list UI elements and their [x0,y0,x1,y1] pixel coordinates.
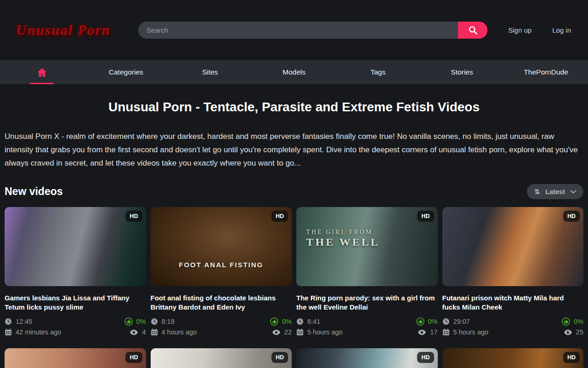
search-icon [468,25,478,35]
hd-badge: HD [271,352,288,363]
hd-badge: HD [125,211,142,222]
search-input[interactable] [138,22,458,39]
video-card[interactable]: HD Gamers lesbians Jia Lissa and Tiffany… [5,207,146,336]
video-duration: 6:41 [307,318,320,325]
video-card[interactable]: HD [296,348,438,368]
nav-item-stories[interactable]: Stories [420,60,504,84]
thumbs-up-icon [124,317,133,326]
video-title[interactable]: Foot anal fisting of chocolate lesbians … [151,293,292,312]
video-thumbnail[interactable]: HD [442,348,584,368]
hd-badge: HD [417,211,434,222]
page-description: Unusual Porn X - realm of excitement whe… [5,130,583,170]
video-card[interactable]: HD THE GIRL FROM THE WELL The Ring porn … [296,207,438,336]
calendar-icon [151,328,158,336]
video-thumbnail[interactable]: HD [296,348,438,368]
video-age: 42 minutes ago [16,328,61,336]
calendar-icon [442,328,450,336]
video-duration: 29:07 [453,318,470,325]
section-title: New videos [5,185,63,198]
site-header: Unusual Porn Sign up Log in [0,0,588,60]
video-meta: 12:45 0% 42 minutes ago 4 [5,317,146,336]
video-rating: 0% [136,318,146,325]
video-age: 5 hours ago [307,328,343,336]
main-nav: Categories Sites Models Tags Stories The… [0,60,588,84]
search-bar [138,22,487,39]
hd-badge: HD [125,352,142,363]
video-title[interactable]: Futanari prison witch Matty Mila hard fu… [442,293,584,312]
calendar-icon [5,328,12,336]
video-rating: 0% [282,318,292,325]
home-icon [37,68,47,77]
video-thumbnail[interactable]: HD [5,207,146,286]
thumbs-up-icon [562,317,570,326]
clock-icon [151,318,158,325]
eye-icon [564,329,572,335]
thumbnail-overlay-text: FOOT ANAL FISTING [151,261,292,269]
video-views: 22 [284,328,292,336]
nav-item-theporndude[interactable]: ThePornDude [504,60,588,84]
thumbnail-overlay-text: THE GIRL FROM THE WELL [306,228,380,248]
video-card[interactable]: HD Futanari prison witch Matty Mila hard… [442,207,584,336]
section-header: New videos ⇅ Latest [5,184,583,199]
video-age: 4 hours ago [162,328,197,336]
video-grid: HD Gamers lesbians Jia Lissa and Tiffany… [5,207,583,368]
sort-icon: ⇅ [534,188,540,196]
nav-item-tags[interactable]: Tags [336,60,420,84]
video-meta: 29:07 0% 5 hours ago 25 [442,317,584,336]
video-age: 5 hours ago [453,328,489,336]
eye-icon [130,329,138,335]
video-thumbnail[interactable]: HD [151,348,292,368]
sort-label: Latest [545,188,565,196]
chevron-down-icon [571,190,576,194]
eye-icon [418,329,426,335]
signup-link[interactable]: Sign up [508,26,531,34]
calendar-icon [296,328,304,336]
poster-line-1: THE GIRL FROM [306,229,373,236]
video-meta: 6:41 0% 5 hours ago 17 [296,317,438,336]
video-duration: 8:18 [162,318,175,325]
sort-dropdown[interactable]: ⇅ Latest [527,184,583,199]
video-views: 4 [142,328,146,336]
video-card[interactable]: HD [442,348,584,368]
clock-icon [296,318,304,325]
video-card[interactable]: HD [151,348,292,368]
video-thumbnail[interactable]: HD [442,207,584,286]
login-link[interactable]: Log in [552,26,571,34]
video-rating: 0% [574,318,583,325]
video-thumbnail[interactable]: HD [5,348,146,368]
video-thumbnail[interactable]: HD THE GIRL FROM THE WELL [296,207,438,286]
thumbs-up-icon [270,317,278,326]
video-thumbnail[interactable]: HD FOOT ANAL FISTING [151,207,292,286]
hd-badge: HD [417,352,434,363]
video-views: 25 [576,328,583,336]
hd-badge: HD [563,211,580,222]
nav-item-models[interactable]: Models [252,60,336,84]
clock-icon [5,318,12,325]
nav-item-categories[interactable]: Categories [84,60,168,84]
video-views: 17 [430,328,437,336]
eye-icon [272,329,281,335]
page-title: Unusual Porn - Tentacle, Parasite and Ex… [0,100,588,115]
video-meta: 8:18 0% 4 hours ago 22 [151,317,292,336]
site-logo[interactable]: Unusual Porn [16,22,111,39]
video-title[interactable]: Gamers lesbians Jia Lissa and Tiffany Te… [5,293,146,312]
video-rating: 0% [428,318,438,325]
hd-badge: HD [271,211,288,222]
search-button[interactable] [458,22,487,39]
video-duration: 12:45 [16,318,32,325]
video-card[interactable]: HD [5,348,146,368]
nav-item-sites[interactable]: Sites [168,60,252,84]
hd-badge: HD [563,352,580,363]
clock-icon [442,318,450,325]
video-title[interactable]: The Ring porn parody: sex with a girl fr… [296,293,438,312]
nav-item-home[interactable] [0,60,84,84]
poster-line-2: THE WELL [306,236,380,248]
thumbs-up-icon [416,317,424,326]
video-card[interactable]: HD FOOT ANAL FISTING Foot anal fisting o… [151,207,292,336]
